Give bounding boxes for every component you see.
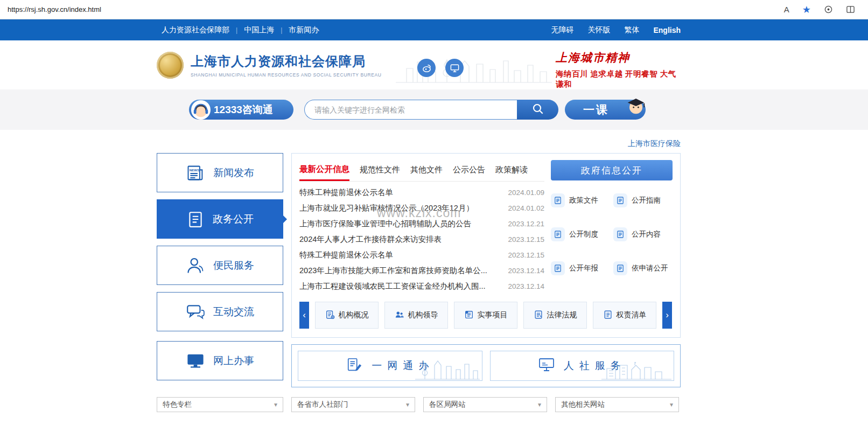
- main-sidebar: NEWS 新闻发布 政务公开 便民服务 互动交流: [157, 153, 283, 387]
- news-date: 2023.12.15: [508, 251, 544, 259]
- divider: |: [281, 26, 282, 34]
- sidebar-item-interaction[interactable]: 互动交流: [157, 292, 283, 331]
- sidebar-item-online-service[interactable]: 网上办事: [157, 341, 283, 380]
- hotline-mascot-icon: [191, 100, 211, 120]
- chevron-down-icon: ▾: [538, 401, 541, 408]
- power-list-icon: [603, 310, 613, 321]
- url-text[interactable]: https://rsj.sh.gov.cn/index.html: [8, 5, 101, 13]
- news-title: 上海市医疗保险事业管理中心招聘辅助人员的公告: [299, 219, 471, 229]
- carousel-next-button[interactable]: ›: [662, 302, 672, 329]
- info-links-grid: 政策文件 公开指南 公开制度: [551, 193, 673, 275]
- info-link-policy-documents[interactable]: 政策文件: [551, 193, 610, 207]
- report-doc-icon: [551, 261, 565, 275]
- news-item[interactable]: 2023年上海市技能大师工作室和首席技师资助名单公... 2023.12.14: [299, 263, 544, 279]
- site-logo: [157, 52, 184, 79]
- link-china-shanghai[interactable]: 中国上海: [244, 25, 274, 35]
- org-overview-icon: [325, 310, 335, 321]
- medical-insurance-link[interactable]: 上海市医疗保险: [628, 139, 681, 149]
- banner-hr-service[interactable]: 人社服务: [490, 351, 675, 381]
- news-date: 2023.12.15: [508, 235, 544, 244]
- news-date: 2023.12.21: [508, 220, 544, 228]
- site-title: 上海市人力资源和社会保障局: [191, 53, 381, 70]
- tab-policy-interpretation[interactable]: 政策解读: [495, 165, 528, 181]
- sidebar-item-label: 便民服务: [213, 259, 254, 273]
- link-accessibility[interactable]: 无障碍: [551, 25, 573, 35]
- sidebar-item-news-release[interactable]: NEWS 新闻发布: [157, 153, 283, 192]
- policy-doc-icon: [551, 193, 565, 207]
- course-mascot-icon: [623, 93, 649, 121]
- doc-pen-icon: [346, 357, 363, 375]
- info-link-disclosure-guide[interactable]: 公开指南: [613, 193, 673, 207]
- monitor-icon: [186, 351, 205, 371]
- chevron-down-icon: ▾: [274, 401, 277, 408]
- carousel-item-laws-regulations[interactable]: 法律法规: [523, 302, 587, 329]
- news-list: 特殊工种提前退休公示名单 2024.01.09 上海市就业见习补贴审核情况公示（…: [299, 185, 544, 294]
- collections-icon[interactable]: [824, 5, 833, 14]
- quick-links-carousel: ‹ 机构概况 机构领导 实事项目 法律法规: [299, 302, 673, 329]
- content-doc-icon: [613, 227, 627, 241]
- dropdown-featured-columns[interactable]: 特色专栏 ▾: [157, 397, 283, 412]
- gov-info-disclosure-button[interactable]: 政府信息公开: [551, 160, 673, 180]
- sidebar-item-label: 政务公开: [213, 212, 254, 226]
- news-item[interactable]: 特殊工种提前退休公示名单 2023.12.15: [299, 247, 544, 263]
- sidebar-item-label: 新闻发布: [213, 166, 254, 180]
- news-title: 上海市就业见习补贴审核情况公示（2023年12月）: [299, 203, 474, 213]
- news-item[interactable]: 上海市就业见习补贴审核情况公示（2023年12月） 2024.01.02: [299, 200, 544, 216]
- tab-public-notice[interactable]: 公示公告: [453, 165, 485, 181]
- search-button[interactable]: [517, 100, 558, 120]
- system-doc-icon: [551, 227, 565, 241]
- monitor-icon[interactable]: [445, 59, 464, 77]
- tab-other-docs[interactable]: 其他文件: [410, 165, 443, 181]
- tab-latest-info[interactable]: 最新公开信息: [299, 164, 349, 181]
- split-screen-icon[interactable]: [846, 5, 855, 14]
- news-date: 2023.12.14: [508, 267, 544, 275]
- footer-link-dropdowns: 特色专栏 ▾ 各省市人社部门 ▾ 各区局网站 ▾ 其他相关网站 ▾: [157, 397, 681, 412]
- sidebar-item-label: 互动交流: [213, 305, 254, 319]
- city-spirit-slogan: 海纳百川 追求卓越 开明睿智 大气谦和: [556, 69, 681, 89]
- link-traditional-chinese[interactable]: 繁体: [624, 25, 639, 35]
- banner-online-portal[interactable]: 一网通办: [298, 351, 482, 381]
- divider: |: [236, 26, 237, 34]
- disclosure-tabs: 最新公开信息 规范性文件 其他文件 公示公告 政策解读: [299, 160, 544, 182]
- dropdown-provincial-hr-departments[interactable]: 各省市人社部门 ▾: [291, 397, 415, 412]
- hotline-12333-button[interactable]: 12333咨询通: [189, 100, 293, 120]
- tab-normative-docs[interactable]: 规范性文件: [360, 165, 400, 181]
- carousel-item-practical-projects[interactable]: 实事项目: [454, 302, 517, 329]
- dropdown-district-bureau-sites[interactable]: 各区局网站 ▾: [423, 397, 547, 412]
- weibo-icon[interactable]: [417, 59, 436, 77]
- search-input[interactable]: [304, 100, 517, 120]
- projects-icon: [464, 310, 474, 321]
- sidebar-item-gov-disclosure[interactable]: 政务公开: [157, 199, 283, 239]
- favorites-star-icon[interactable]: ★: [802, 4, 811, 16]
- carousel-item-org-overview[interactable]: 机构概况: [315, 302, 379, 329]
- news-item[interactable]: 上海市医疗保险事业管理中心招聘辅助人员的公告 2023.12.21: [299, 216, 544, 232]
- hotline-label: 12333咨询通: [214, 103, 273, 117]
- laws-icon: [534, 310, 543, 321]
- course-button[interactable]: 一课: [565, 100, 646, 120]
- link-care-version[interactable]: 关怀版: [587, 25, 610, 35]
- font-size-icon[interactable]: A: [784, 5, 789, 14]
- link-mohrss[interactable]: 人力资源社会保障部: [162, 25, 229, 35]
- link-city-news-office[interactable]: 市新闻办: [289, 25, 319, 35]
- news-title: 2023年上海市技能大师工作室和首席技师资助名单公...: [299, 266, 487, 276]
- info-link-disclosure-content[interactable]: 公开内容: [613, 227, 673, 241]
- link-english[interactable]: English: [653, 26, 681, 34]
- info-link-disclosure-system[interactable]: 公开制度: [551, 227, 610, 241]
- news-date: 2024.01.02: [508, 204, 544, 212]
- news-item[interactable]: 上海市工程建设领域农民工工资保证金经办机构入围... 2023.12.14: [299, 279, 544, 294]
- info-link-annual-report[interactable]: 公开年报: [551, 261, 610, 275]
- dropdown-other-related-sites[interactable]: 其他相关网站 ▾: [555, 397, 679, 412]
- carousel-item-org-leaders[interactable]: 机构领导: [384, 302, 448, 329]
- carousel-item-power-list[interactable]: 权责清单: [593, 302, 656, 329]
- apply-doc-icon: [613, 261, 627, 275]
- news-item[interactable]: 特殊工种提前退休公示名单 2024.01.09: [299, 185, 544, 200]
- document-icon: [186, 210, 205, 228]
- info-link-apply-disclosure[interactable]: 依申请公开: [613, 261, 673, 275]
- svg-text:NEWS: NEWS: [190, 168, 200, 171]
- org-leaders-icon: [395, 310, 404, 321]
- carousel-prev-button[interactable]: ‹: [299, 302, 309, 329]
- skyline-decoration: [601, 356, 671, 380]
- sidebar-item-public-service[interactable]: 便民服务: [157, 246, 283, 285]
- news-item[interactable]: 2024年人事人才工作接待群众来访安排表 2023.12.15: [299, 232, 544, 247]
- site-logo-group[interactable]: 上海市人力资源和社会保障局 SHANGHAI MUNICIPAL HUMAN R…: [157, 52, 381, 79]
